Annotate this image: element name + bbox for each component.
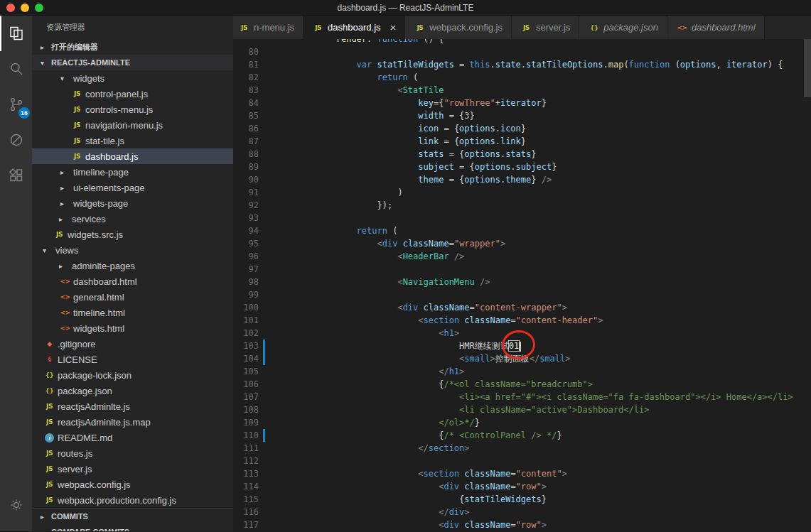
tab-close-icon[interactable]: × bbox=[390, 22, 397, 33]
js-file-icon: JS bbox=[238, 24, 250, 31]
tree-item-label: adminlte-pages bbox=[72, 261, 135, 271]
compare-commits-section[interactable]: ▸ COMPARE COMMITS bbox=[32, 524, 233, 531]
minimize-window-button[interactable] bbox=[21, 4, 29, 12]
tab-webpack.config.js[interactable]: JSwebpack.config.js bbox=[405, 16, 512, 39]
commits-section[interactable]: ▸ COMMITS bbox=[32, 509, 233, 524]
tree-item-.gitignore[interactable]: ◆.gitignore bbox=[32, 336, 233, 352]
tree-item-widgets.src.js[interactable]: JSwidgets.src.js bbox=[32, 227, 233, 242]
tree-item-label: README.md bbox=[58, 433, 112, 443]
compare-commits-label: COMPARE COMMITS bbox=[51, 528, 129, 531]
tab-server.js[interactable]: JSserver.js bbox=[512, 16, 579, 39]
tree-item-label: webpack.production.config.js bbox=[58, 495, 176, 506]
file-tree: ▾widgetsJScontrol-panel.jsJScontrols-men… bbox=[32, 70, 233, 508]
tree-item-reactjsAdminlte.js[interactable]: JSreactjsAdminlte.js bbox=[32, 398, 233, 414]
tab-dashboard.html[interactable]: <>dashboard.html bbox=[667, 16, 765, 39]
window-controls bbox=[0, 4, 43, 12]
tree-item-dashboard.html[interactable]: <>dashboard.html bbox=[32, 273, 233, 289]
tab-dashboard.js[interactable]: JSdashboard.js× bbox=[304, 16, 405, 39]
code-line: 87 link = {options.link} bbox=[233, 135, 811, 148]
js-file-icon: JS bbox=[71, 153, 83, 160]
code-line: 81 var statTileWidgets = this.state.stat… bbox=[233, 58, 811, 71]
tree-item-webpack.config.js[interactable]: JSwebpack.config.js bbox=[32, 477, 233, 492]
tree-item-general.html[interactable]: <>general.html bbox=[32, 289, 233, 305]
line-number: 85 bbox=[233, 109, 259, 122]
tree-item-webpack.production.config.js[interactable]: JSwebpack.production.config.js bbox=[32, 492, 233, 508]
tree-item-widgets[interactable]: ▾widgets bbox=[32, 70, 233, 86]
debug-icon[interactable] bbox=[0, 122, 32, 158]
tree-item-reactjsAdminlte.js.map[interactable]: JSreactjsAdminlte.js.map bbox=[32, 414, 233, 430]
tab-label: server.js bbox=[536, 22, 570, 33]
js-file-icon: JS bbox=[43, 403, 55, 410]
line-number: 95 bbox=[233, 237, 259, 250]
js-file-icon: JS bbox=[71, 90, 83, 97]
js-file-icon: JS bbox=[43, 465, 55, 472]
line-number: 107 bbox=[233, 391, 259, 403]
code-line: 93 bbox=[233, 212, 811, 224]
json-file-icon: {} bbox=[43, 387, 55, 394]
tree-item-widgets.html[interactable]: <>widgets.html bbox=[32, 320, 233, 336]
code-line: 109 </ol>*/} bbox=[233, 416, 811, 429]
tree-item-timeline.html[interactable]: <>timeline.html bbox=[32, 305, 233, 320]
tree-item-controls-menu.js[interactable]: JScontrols-menu.js bbox=[32, 102, 233, 117]
tree-item-label: .gitignore bbox=[58, 339, 95, 349]
gutter-modified-marker bbox=[259, 442, 269, 455]
extensions-icon[interactable] bbox=[0, 158, 32, 193]
line-number: 91 bbox=[233, 186, 259, 199]
explorer-icon[interactable] bbox=[0, 16, 32, 51]
line-number: 93 bbox=[233, 212, 259, 224]
open-editors-section[interactable]: ▸ 打开的编辑器 bbox=[32, 39, 233, 55]
editor[interactable]: render: function () {8081 var statTileWi… bbox=[233, 39, 811, 531]
chevron-right-icon: ▸ bbox=[60, 168, 71, 176]
tree-item-widgets-page[interactable]: ▸widgets-page bbox=[32, 195, 233, 211]
code-line: 105 </h1> bbox=[233, 365, 811, 378]
tree-item-timeline-page[interactable]: ▸timeline-page bbox=[32, 164, 233, 180]
tree-item-package-lock.json[interactable]: {}package-lock.json bbox=[32, 367, 233, 383]
tab-package.json[interactable]: {}package.json bbox=[579, 16, 667, 39]
line-number: 111 bbox=[233, 442, 259, 455]
line-number: 90 bbox=[233, 173, 259, 186]
gutter-modified-marker bbox=[259, 327, 269, 340]
line-number: 104 bbox=[233, 352, 259, 365]
line-number: 115 bbox=[233, 493, 259, 506]
tree-item-dashboard.js[interactable]: JSdashboard.js bbox=[32, 148, 233, 164]
code-area[interactable]: render: function () {8081 var statTileWi… bbox=[233, 39, 811, 531]
line-number: 83 bbox=[233, 84, 259, 97]
tree-item-navigation-menu.js[interactable]: JSnavigation-menu.js bbox=[32, 117, 233, 133]
zoom-window-button[interactable] bbox=[35, 4, 43, 12]
tab-n-menu.js[interactable]: JSn-menu.js bbox=[233, 16, 304, 39]
tree-item-server.js[interactable]: JSserver.js bbox=[32, 461, 233, 477]
editor-pane: JSn-menu.jsJSdashboard.js×JSwebpack.conf… bbox=[233, 16, 811, 531]
tree-item-stat-tile.js[interactable]: JSstat-tile.js bbox=[32, 133, 233, 148]
gutter-modified-marker bbox=[259, 212, 269, 224]
tree-item-label: general.html bbox=[73, 292, 124, 303]
git-file-icon: ◆ bbox=[43, 340, 55, 347]
tree-item-label: reactjsAdminlte.js bbox=[58, 401, 130, 412]
tree-item-adminlte-pages[interactable]: ▸adminlte-pages bbox=[32, 258, 233, 273]
tree-item-label: dashboard.js bbox=[85, 151, 138, 162]
html-file-icon: <> bbox=[59, 325, 71, 332]
project-root-section[interactable]: ▾ REACTJS-ADMINLTE bbox=[32, 55, 233, 70]
vertical-scrollbar[interactable] bbox=[804, 39, 811, 97]
tree-item-routes.js[interactable]: JSroutes.js bbox=[32, 445, 233, 461]
tree-item-control-panel.js[interactable]: JScontrol-panel.js bbox=[32, 86, 233, 102]
tree-item-ui-elements-page[interactable]: ▸ui-elements-page bbox=[32, 180, 233, 195]
tree-item-package.json[interactable]: {}package.json bbox=[32, 383, 233, 398]
close-window-button[interactable] bbox=[6, 4, 15, 12]
source-control-icon[interactable]: 16 bbox=[0, 87, 32, 122]
tree-item-views[interactable]: ▾views bbox=[32, 242, 233, 258]
tree-item-LICENSE[interactable]: §LICENSE bbox=[32, 352, 233, 367]
js-file-icon: JS bbox=[43, 450, 55, 457]
settings-gear-icon[interactable] bbox=[0, 487, 32, 523]
tree-item-services[interactable]: ▸services bbox=[32, 211, 233, 227]
gutter-modified-marker bbox=[259, 58, 269, 71]
gutter-modified-marker bbox=[259, 378, 269, 391]
tree-item-README.md[interactable]: iREADME.md bbox=[32, 430, 233, 445]
sidebar: 资源管理器 ▸ 打开的编辑器 ▾ REACTJS-ADMINLTE ▾widge… bbox=[32, 16, 233, 531]
chevron-down-icon: ▾ bbox=[41, 59, 51, 67]
gutter-modified-marker bbox=[259, 199, 269, 212]
line-number: 101 bbox=[233, 314, 259, 327]
tab-label: dashboard.js bbox=[328, 22, 380, 33]
search-icon[interactable] bbox=[0, 51, 32, 87]
gutter-modified-marker bbox=[259, 39, 269, 45]
text-cursor bbox=[520, 342, 521, 352]
